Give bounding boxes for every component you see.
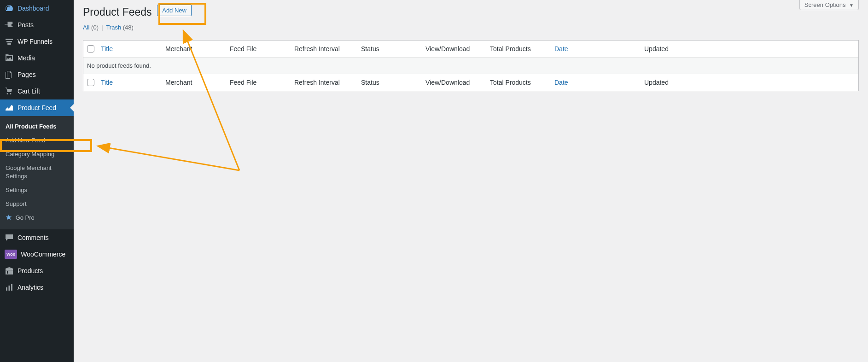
separator: | — [102, 24, 103, 31]
empty-row: No product feeds found. — [83, 58, 858, 74]
menu-label: Dashboard — [17, 4, 49, 12]
svg-rect-1 — [6, 41, 12, 42]
column-header-status: Status — [357, 41, 422, 57]
add-new-button[interactable]: Add New — [157, 5, 192, 16]
svg-rect-0 — [6, 39, 13, 40]
pages-icon — [5, 70, 14, 79]
menu-item-cartlift[interactable]: Cart Lift — [0, 83, 74, 91]
menu-item-posts[interactable]: Posts — [0, 17, 74, 33]
page-title: Product Feeds — [83, 6, 156, 19]
dashboard-icon — [5, 4, 14, 13]
menu-label: Media — [17, 54, 35, 62]
funnels-icon — [5, 37, 14, 46]
column-header-total: Total Products — [486, 41, 551, 57]
filter-links: All (0) | Trash (48) — [83, 24, 868, 31]
column-header-view: View/Download — [422, 41, 486, 57]
menu-item-media[interactable]: Media — [0, 50, 74, 66]
footer-checkbox-cell — [83, 74, 97, 91]
filter-all-count: (0) — [91, 24, 99, 31]
menu-item-dashboard[interactable]: Dashboard — [0, 0, 74, 17]
column-header-updated: Updated — [641, 41, 858, 57]
column-header-date[interactable]: Date — [551, 41, 641, 57]
table-header-row: Title Merchant Feed File Refresh Interva… — [83, 41, 858, 58]
select-all-checkbox-footer[interactable] — [87, 79, 94, 86]
column-header-merchant: Merchant — [162, 41, 226, 57]
admin-sidebar: Dashboard Posts WP Funnels Media Pages C… — [0, 0, 74, 91]
table-footer-row: Title Merchant Feed File Refresh Interva… — [83, 74, 858, 91]
filter-trash-link[interactable]: Trash — [106, 24, 121, 31]
column-footer-merchant: Merchant — [162, 74, 226, 91]
column-header-title[interactable]: Title — [97, 41, 162, 57]
menu-label: Pages — [17, 70, 36, 79]
select-all-checkbox[interactable] — [87, 45, 94, 53]
column-footer-feedfile: Feed File — [226, 74, 291, 91]
filter-trash-count: (48) — [123, 24, 134, 31]
column-footer-view: View/Download — [422, 74, 486, 91]
column-footer-total: Total Products — [486, 74, 551, 91]
pin-icon — [5, 20, 14, 29]
screen-options-label: Screen Options — [804, 1, 846, 8]
empty-message: No product feeds found. — [83, 58, 858, 74]
column-footer-title[interactable]: Title — [97, 74, 162, 91]
column-footer-status: Status — [357, 74, 422, 91]
column-footer-date[interactable]: Date — [551, 74, 641, 91]
feeds-table: Title Merchant Feed File Refresh Interva… — [83, 40, 859, 91]
triangle-down-icon: ▼ — [849, 3, 854, 8]
main-content: Screen Options ▼ Product Feeds Add New A… — [74, 0, 868, 91]
column-footer-refresh: Refresh Interval — [291, 74, 357, 91]
column-header-feedfile: Feed File — [226, 41, 291, 57]
menu-label: WP Funnels — [17, 37, 52, 46]
media-icon — [5, 53, 14, 63]
svg-rect-2 — [7, 43, 11, 45]
cart-icon — [5, 87, 14, 91]
menu-label: Posts — [17, 21, 34, 29]
filter-all-link[interactable]: All — [83, 24, 89, 31]
menu-item-pages[interactable]: Pages — [0, 66, 74, 83]
column-header-refresh: Refresh Interval — [291, 41, 357, 57]
page-header: Product Feeds Add New — [74, 0, 868, 19]
header-checkbox-cell — [83, 41, 97, 57]
screen-options-button[interactable]: Screen Options ▼ — [799, 0, 859, 10]
column-footer-updated: Updated — [641, 74, 858, 91]
menu-label: Cart Lift — [17, 87, 40, 91]
menu-item-wpfunnels[interactable]: WP Funnels — [0, 33, 74, 50]
